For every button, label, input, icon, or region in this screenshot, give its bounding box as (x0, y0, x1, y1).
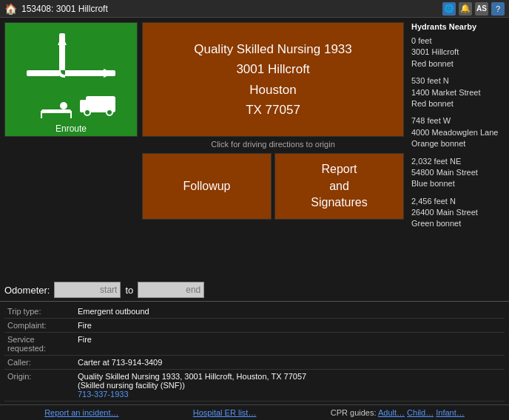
enroute-box[interactable]: Enroute (4, 22, 138, 137)
trip-row: Trip type:Emergent outbound (4, 305, 505, 319)
origin-phone-link[interactable]: 713-337-1933 (78, 390, 129, 399)
cpr-infant-link[interactable]: Infant… (436, 408, 465, 417)
help-icon[interactable]: ? (491, 2, 505, 16)
main-content: Enroute Quality Skilled Nursing 1933 300… (0, 18, 509, 279)
svg-point-9 (60, 102, 67, 109)
cpr-guides-label: CPR guides: Adult… Child… Infant… (331, 408, 465, 417)
fire-station-icon: 🏠 (4, 3, 17, 15)
trip-info: Trip type:Emergent outboundComplaint:Fir… (0, 301, 509, 404)
hydrant-entry: 530 feet N1400 Market StreetRed bonnet (411, 75, 505, 109)
window-title: 153408: 3001 Hillcroft (21, 4, 108, 14)
cpr-adult-link[interactable]: Adult… (378, 408, 405, 417)
hospital-er-link[interactable]: Hospital ER list… (193, 408, 257, 417)
trip-value: Carter at 713-914-3409 (75, 356, 505, 369)
odometer-start-input[interactable] (54, 282, 121, 298)
trip-label: Service requested: (4, 333, 75, 355)
hydrants-title: Hydrants Nearby (411, 22, 505, 31)
titlebar-icons: 🌐 🔔 AS ? (442, 2, 505, 16)
trip-value: Fire (75, 319, 505, 332)
hydrant-entry: 2,456 feet N26400 Main StreetGreen bonne… (411, 196, 505, 230)
svg-point-8 (107, 109, 112, 115)
left-panel: Enroute (4, 22, 138, 274)
report-label: Report and Signatures (311, 161, 368, 211)
odometer-to-label: to (125, 285, 133, 296)
odometer-label: Odometer: (4, 285, 50, 296)
svg-rect-0 (27, 70, 115, 76)
titlebar: 🏠 153408: 3001 Hillcroft 🌐 🔔 AS ? (0, 0, 509, 18)
trip-row: Complaint:Fire (4, 319, 505, 333)
destination-text: Quality Skilled Nursing 1933 3001 Hillcr… (194, 39, 352, 120)
report-incident-link[interactable]: Report an incident… (44, 408, 118, 417)
followup-button[interactable]: Followup (142, 153, 272, 220)
buttons-row: Followup Report and Signatures (142, 153, 404, 220)
report-signatures-button[interactable]: Report and Signatures (274, 153, 404, 220)
trip-label: Trip type: (4, 305, 75, 318)
trip-row: Origin:Quality Skilled Nursing 1933, 300… (4, 370, 505, 402)
globe-icon[interactable]: 🌐 (442, 2, 456, 16)
trip-row: Service requested:Fire (4, 333, 505, 356)
odometer-row: Odometer: to (0, 279, 509, 301)
odometer-end-input[interactable] (138, 282, 204, 298)
trip-label: Complaint: (4, 319, 75, 332)
titlebar-left: 🏠 153408: 3001 Hillcroft (4, 3, 108, 15)
hydrants-list: 0 feet3001 HillcroftRed bonnet530 feet N… (411, 35, 505, 230)
cpr-child-link[interactable]: Child… (407, 408, 434, 417)
trip-label: Origin: (4, 370, 75, 401)
trip-value: Fire (75, 333, 505, 355)
svg-rect-10 (41, 109, 71, 113)
alert-icon[interactable]: 🔔 (459, 2, 472, 16)
hydrant-entry: 2,032 feet NE54800 Main StreetBlue bonne… (411, 156, 505, 190)
right-panel: Hydrants Nearby 0 feet3001 HillcroftRed … (408, 22, 505, 274)
enroute-map-icon (19, 26, 123, 122)
trip-value: Quality Skilled Nursing 1933, 3001 Hillc… (75, 370, 505, 401)
svg-marker-2 (58, 35, 67, 45)
svg-marker-3 (104, 69, 114, 78)
as-button[interactable]: AS (475, 2, 488, 16)
directions-link[interactable]: Click for driving directions to origin (142, 140, 404, 149)
enroute-label: Enroute (55, 123, 87, 134)
svg-point-7 (84, 109, 90, 115)
trip-label: Caller: (4, 356, 75, 369)
trip-value: Emergent outbound (75, 305, 505, 318)
footer: Report an incident… Hospital ER list… CP… (0, 404, 509, 420)
hydrant-entry: 748 feet W4000 Meadowglen LaneOrange bon… (411, 115, 505, 149)
hydrant-entry: 0 feet3001 HillcroftRed bonnet (411, 35, 505, 70)
center-panel: Quality Skilled Nursing 1933 3001 Hillcr… (142, 22, 404, 274)
destination-box[interactable]: Quality Skilled Nursing 1933 3001 Hillcr… (142, 22, 404, 137)
trip-row: Caller:Carter at 713-914-3409 (4, 356, 505, 370)
